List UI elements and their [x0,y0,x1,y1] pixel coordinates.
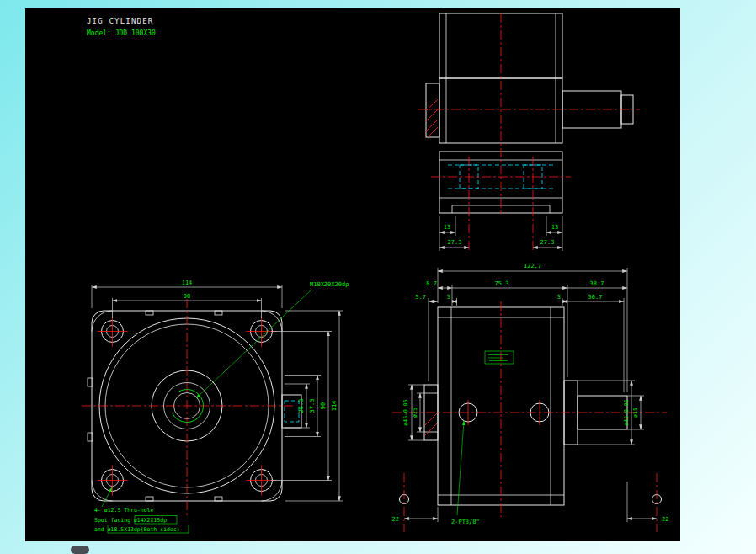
dia-right-inner: ø15 [632,408,639,418]
thread-callout: M10X20X20dp [310,281,349,288]
dim-height-114: 114 [331,401,338,412]
dim-3-right: 3 [557,294,561,301]
note-spot-facing: Spot facing ø14X2X15dp [94,517,167,524]
dim-13-left: 13 [444,224,450,231]
dim-38-7: 38.7 [590,280,604,287]
bottom-edge-artifact [71,546,89,554]
dim-bolt-90-right: 90 [320,402,327,409]
dim-37-3: 37.3 [309,399,316,413]
drawing-title: JIG CYLINDER [87,17,153,25]
dim-75-3: 75.3 [495,280,509,287]
dim-22-left: 22 [392,516,399,523]
dim-5-7: 5.7 [415,294,426,301]
dim-total-122-7: 122.7 [524,263,541,269]
dim-22-right: 22 [662,516,668,523]
dim-bolt-90: 90 [184,293,190,300]
dim-27-right: 27.3 [540,239,555,246]
dim-width-114: 114 [182,280,193,286]
note-counterbore: and ø18.5X13dp(Both sides) [94,526,180,533]
dim-27-left: 27.3 [448,239,462,246]
dim-36-7: 36.7 [588,294,603,301]
note-thru-hole: 4- ø12.5 Thru-hole [94,507,154,514]
dia-left-outer: ø45-0.05 [402,399,409,425]
dia-right-outer: ø45-0.05 [623,399,630,425]
drawing-model: Model: JDD 100X30 [87,29,156,37]
dim-13-right: 13 [551,224,558,231]
dim-26-3: 26.3 [298,399,305,413]
drawing-area [25,8,680,541]
dim-8-7: 8.7 [426,280,437,287]
port-callout: 2-PT3/8" [451,519,480,525]
dia-left-inner: ø25 [412,408,418,418]
dim-3-left: 3 [447,294,450,301]
cad-screenshot: JIG CYLINDER Model: JDD 100X30 [0,0,756,554]
